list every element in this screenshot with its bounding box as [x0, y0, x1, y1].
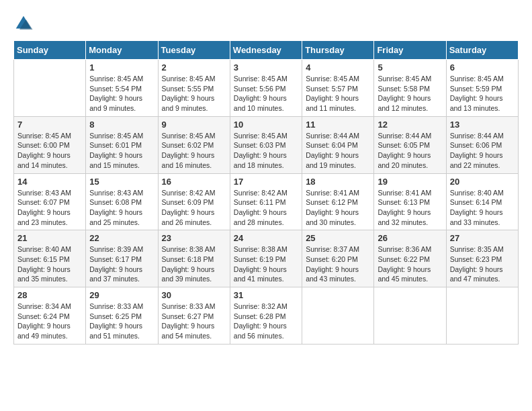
calendar-cell: 6 Sunrise: 8:45 AM Sunset: 5:59 PM Dayli… — [446, 60, 518, 117]
day-info: Sunrise: 8:44 AM Sunset: 6:05 PM Dayligh… — [378, 131, 442, 171]
sunrise-text: Sunrise: 8:45 AM — [89, 75, 143, 83]
sunset-text: Sunset: 6:25 PM — [89, 312, 142, 320]
sunrise-text: Sunrise: 8:34 AM — [17, 302, 71, 310]
sunrise-text: Sunrise: 8:45 AM — [17, 132, 71, 140]
sunrise-text: Sunrise: 8:45 AM — [378, 75, 431, 83]
daylight-text: Daylight: 9 hours and 9 minutes. — [89, 94, 142, 112]
calendar-cell: 1 Sunrise: 8:45 AM Sunset: 5:54 PM Dayli… — [86, 60, 158, 117]
sunset-text: Sunset: 6:28 PM — [234, 312, 286, 320]
day-info: Sunrise: 8:33 AM Sunset: 6:27 PM Dayligh… — [162, 302, 226, 341]
daylight-text: Daylight: 9 hours and 23 minutes. — [17, 208, 71, 226]
calendar-cell: 4 Sunrise: 8:45 AM Sunset: 5:57 PM Dayli… — [302, 60, 374, 117]
day-info: Sunrise: 8:43 AM Sunset: 6:08 PM Dayligh… — [89, 188, 154, 228]
day-number: 1 — [89, 62, 154, 73]
day-number: 6 — [450, 62, 515, 73]
sunrise-text: Sunrise: 8:42 AM — [234, 189, 287, 197]
calendar-cell: 30 Sunrise: 8:33 AM Sunset: 6:27 PM Dayl… — [158, 287, 230, 345]
calendar-header-row: SundayMondayTuesdayWednesdayThursdayFrid… — [14, 41, 519, 60]
calendar-week-row: 28 Sunrise: 8:34 AM Sunset: 6:24 PM Dayl… — [14, 287, 519, 345]
day-number: 22 — [89, 233, 154, 243]
daylight-text: Daylight: 9 hours and 33 minutes. — [450, 208, 503, 226]
day-number: 17 — [234, 177, 298, 187]
daylight-text: Daylight: 9 hours and 19 minutes. — [306, 151, 359, 169]
sunrise-text: Sunrise: 8:36 AM — [378, 245, 431, 253]
calendar-cell — [374, 287, 446, 345]
sunrise-text: Sunrise: 8:43 AM — [17, 189, 71, 197]
day-of-week-tuesday: Tuesday — [158, 41, 230, 60]
calendar-cell: 11 Sunrise: 8:44 AM Sunset: 6:04 PM Dayl… — [302, 116, 374, 173]
daylight-text: Daylight: 9 hours and 14 minutes. — [17, 151, 71, 169]
sunset-text: Sunset: 6:13 PM — [378, 198, 430, 206]
day-of-week-wednesday: Wednesday — [230, 41, 302, 60]
sunset-text: Sunset: 6:20 PM — [306, 255, 358, 263]
calendar-cell: 24 Sunrise: 8:38 AM Sunset: 6:19 PM Dayl… — [230, 230, 302, 287]
daylight-text: Daylight: 9 hours and 9 minutes. — [162, 94, 215, 112]
sunrise-text: Sunrise: 8:45 AM — [162, 132, 216, 140]
sunrise-text: Sunrise: 8:32 AM — [234, 302, 287, 310]
calendar-table: SundayMondayTuesdayWednesdayThursdayFrid… — [13, 40, 519, 345]
day-info: Sunrise: 8:45 AM Sunset: 5:56 PM Dayligh… — [234, 74, 298, 113]
day-number: 27 — [450, 233, 515, 243]
daylight-text: Daylight: 9 hours and 10 minutes. — [234, 94, 287, 112]
day-number: 25 — [306, 233, 370, 243]
day-info: Sunrise: 8:37 AM Sunset: 6:20 PM Dayligh… — [306, 244, 370, 284]
logo — [13, 13, 36, 34]
calendar-cell: 17 Sunrise: 8:42 AM Sunset: 6:11 PM Dayl… — [230, 173, 302, 230]
day-number: 30 — [162, 290, 226, 300]
calendar-week-row: 7 Sunrise: 8:45 AM Sunset: 6:00 PM Dayli… — [14, 116, 519, 173]
day-info: Sunrise: 8:45 AM Sunset: 5:58 PM Dayligh… — [378, 74, 442, 113]
sunset-text: Sunset: 6:01 PM — [89, 141, 142, 149]
calendar-cell: 14 Sunrise: 8:43 AM Sunset: 6:07 PM Dayl… — [14, 173, 86, 230]
daylight-text: Daylight: 9 hours and 35 minutes. — [17, 265, 71, 283]
day-info: Sunrise: 8:38 AM Sunset: 6:18 PM Dayligh… — [162, 244, 226, 284]
day-number: 9 — [162, 120, 226, 130]
calendar-cell: 7 Sunrise: 8:45 AM Sunset: 6:00 PM Dayli… — [14, 116, 86, 173]
sunset-text: Sunset: 6:27 PM — [162, 312, 214, 320]
daylight-text: Daylight: 9 hours and 25 minutes. — [89, 208, 142, 226]
day-info: Sunrise: 8:41 AM Sunset: 6:13 PM Dayligh… — [378, 188, 442, 228]
calendar-cell: 27 Sunrise: 8:35 AM Sunset: 6:23 PM Dayl… — [446, 230, 518, 287]
day-number: 16 — [162, 177, 226, 187]
day-info: Sunrise: 8:44 AM Sunset: 6:04 PM Dayligh… — [306, 131, 370, 171]
sunset-text: Sunset: 6:18 PM — [162, 255, 214, 263]
daylight-text: Daylight: 9 hours and 18 minutes. — [234, 151, 287, 169]
sunset-text: Sunset: 6:08 PM — [89, 198, 142, 206]
day-info: Sunrise: 8:45 AM Sunset: 5:57 PM Dayligh… — [306, 74, 370, 113]
day-info: Sunrise: 8:40 AM Sunset: 6:15 PM Dayligh… — [17, 244, 82, 284]
calendar-cell: 21 Sunrise: 8:40 AM Sunset: 6:15 PM Dayl… — [14, 230, 86, 287]
calendar-cell: 19 Sunrise: 8:41 AM Sunset: 6:13 PM Dayl… — [374, 173, 446, 230]
sunset-text: Sunset: 6:22 PM — [378, 255, 430, 263]
day-number: 7 — [17, 120, 82, 130]
day-number: 23 — [162, 233, 226, 243]
calendar-cell: 29 Sunrise: 8:33 AM Sunset: 6:25 PM Dayl… — [86, 287, 158, 345]
day-of-week-sunday: Sunday — [14, 41, 86, 60]
daylight-text: Daylight: 9 hours and 11 minutes. — [306, 94, 359, 112]
calendar-cell — [302, 287, 374, 345]
sunset-text: Sunset: 6:19 PM — [234, 255, 286, 263]
sunrise-text: Sunrise: 8:33 AM — [162, 302, 216, 310]
sunrise-text: Sunrise: 8:45 AM — [162, 75, 216, 83]
day-number: 10 — [234, 120, 298, 130]
calendar-week-row: 21 Sunrise: 8:40 AM Sunset: 6:15 PM Dayl… — [14, 230, 519, 287]
day-number: 26 — [378, 233, 442, 243]
sunrise-text: Sunrise: 8:38 AM — [162, 245, 216, 253]
sunset-text: Sunset: 6:14 PM — [450, 198, 502, 206]
logo-icon — [13, 13, 34, 34]
day-info: Sunrise: 8:44 AM Sunset: 6:06 PM Dayligh… — [450, 131, 515, 171]
day-info: Sunrise: 8:45 AM Sunset: 5:55 PM Dayligh… — [162, 74, 226, 113]
calendar-cell: 5 Sunrise: 8:45 AM Sunset: 5:58 PM Dayli… — [374, 60, 446, 117]
day-info: Sunrise: 8:42 AM Sunset: 6:11 PM Dayligh… — [234, 188, 298, 228]
day-number: 31 — [234, 290, 298, 300]
calendar-cell: 22 Sunrise: 8:39 AM Sunset: 6:17 PM Dayl… — [86, 230, 158, 287]
sunset-text: Sunset: 6:23 PM — [450, 255, 502, 263]
day-number: 3 — [234, 62, 298, 73]
sunrise-text: Sunrise: 8:41 AM — [378, 189, 431, 197]
sunrise-text: Sunrise: 8:45 AM — [450, 75, 504, 83]
sunrise-text: Sunrise: 8:45 AM — [234, 75, 287, 83]
sunrise-text: Sunrise: 8:38 AM — [234, 245, 287, 253]
calendar-cell: 23 Sunrise: 8:38 AM Sunset: 6:18 PM Dayl… — [158, 230, 230, 287]
day-number: 2 — [162, 62, 226, 73]
daylight-text: Daylight: 9 hours and 41 minutes. — [234, 265, 287, 283]
calendar-cell — [14, 60, 86, 117]
sunrise-text: Sunrise: 8:43 AM — [89, 189, 143, 197]
